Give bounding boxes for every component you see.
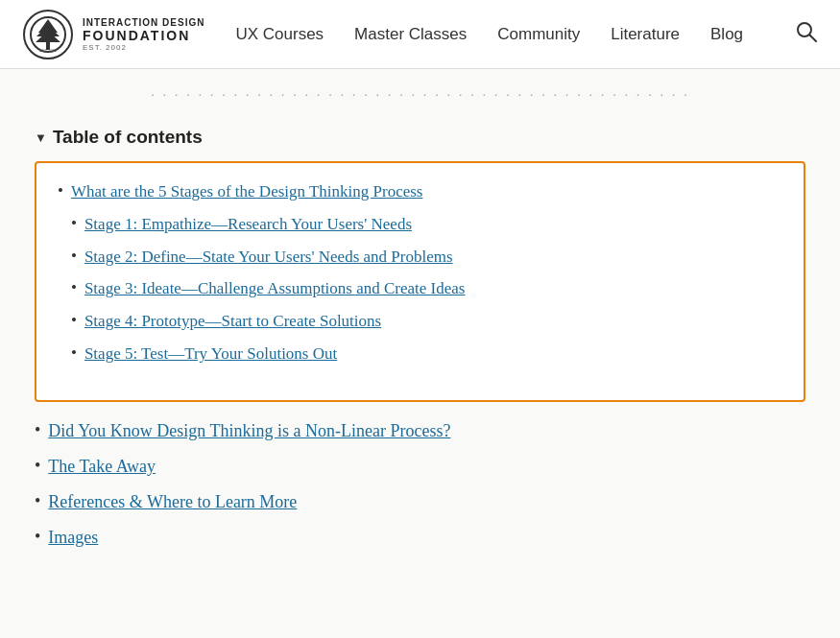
logo-text: INTERACTION DESIGN FOUNDATION EST. 2002 <box>83 17 204 52</box>
toc-boxed-list: What are the 5 Stages of the Design Thin… <box>58 180 782 375</box>
nav-ux-courses[interactable]: UX Courses <box>235 25 324 44</box>
list-item: Stage 2: Define—State Your Users' Needs … <box>71 246 466 269</box>
toc-link-stage1[interactable]: Stage 1: Empathize—Research Your Users' … <box>84 213 412 236</box>
list-item: Stage 4: Prototype—Start to Create Solut… <box>71 310 466 333</box>
toc-sublist: Stage 1: Empathize—Research Your Users' … <box>71 213 466 375</box>
search-icon[interactable] <box>796 21 817 47</box>
partial-text: · · · · · · · · · · · · · · · · · · · · … <box>151 85 689 102</box>
toc-link-references[interactable]: References & Where to Learn More <box>48 490 297 514</box>
toc-link-takeaway[interactable]: The Take Away <box>48 455 156 479</box>
toc-heading-label: Table of contents <box>53 127 203 148</box>
navbar: EST. 2002 INTERACTION DESIGN FOUNDATION … <box>0 0 840 69</box>
list-item: The Take Away <box>35 455 805 479</box>
toc-link-nonlinear[interactable]: Did You Know Design Thinking is a Non-Li… <box>48 419 450 443</box>
list-item: Stage 3: Ideate—Challenge Assumptions an… <box>71 277 466 300</box>
logo-tree-icon: EST. 2002 <box>29 15 67 54</box>
toc-link-stage2[interactable]: Stage 2: Define—State Your Users' Needs … <box>84 246 453 269</box>
toc-link-stage5[interactable]: Stage 5: Test—Try Your Solutions Out <box>84 343 337 366</box>
list-item: Stage 1: Empathize—Research Your Users' … <box>71 213 466 236</box>
toc-box: What are the 5 Stages of the Design Thin… <box>35 161 805 402</box>
main-nav: UX Courses Master Classes Community Lite… <box>235 25 796 44</box>
toc-link-main[interactable]: What are the 5 Stages of the Design Thin… <box>71 180 466 203</box>
toc-link-images[interactable]: Images <box>48 526 98 550</box>
partial-text-strip: · · · · · · · · · · · · · · · · · · · · … <box>0 69 840 111</box>
toc-heading: ▼ Table of contents <box>35 127 805 148</box>
list-item: Stage 5: Test—Try Your Solutions Out <box>71 343 466 366</box>
nav-community[interactable]: Community <box>497 25 580 44</box>
logo-area[interactable]: EST. 2002 INTERACTION DESIGN FOUNDATION … <box>23 10 204 59</box>
svg-text:EST. 2002: EST. 2002 <box>39 48 58 53</box>
list-item: Images <box>35 526 805 550</box>
nav-literature[interactable]: Literature <box>611 25 680 44</box>
list-item: Did You Know Design Thinking is a Non-Li… <box>35 419 805 443</box>
logo-est-line: EST. 2002 <box>83 43 204 52</box>
logo-bottom-line: FOUNDATION <box>83 28 204 43</box>
toc-outer-list: Did You Know Design Thinking is a Non-Li… <box>35 419 805 551</box>
logo-top-line: INTERACTION DESIGN <box>83 17 204 28</box>
toc-triangle-icon[interactable]: ▼ <box>35 130 47 145</box>
toc-link-stage3[interactable]: Stage 3: Ideate—Challenge Assumptions an… <box>84 277 466 300</box>
logo-circle: EST. 2002 <box>23 10 73 59</box>
svg-line-7 <box>810 35 817 42</box>
nav-master-classes[interactable]: Master Classes <box>354 25 467 44</box>
list-item: What are the 5 Stages of the Design Thin… <box>58 180 782 375</box>
nav-blog[interactable]: Blog <box>710 25 743 44</box>
toc-link-stage4[interactable]: Stage 4: Prototype—Start to Create Solut… <box>84 310 381 333</box>
main-content: ▼ Table of contents What are the 5 Stage… <box>0 111 840 581</box>
list-item: References & Where to Learn More <box>35 490 805 514</box>
